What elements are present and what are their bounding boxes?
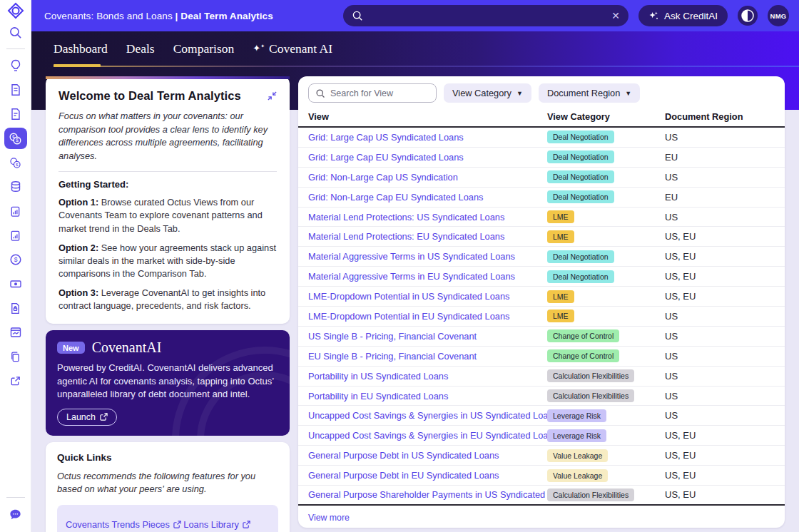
contrast-icon xyxy=(741,9,755,23)
quick-link[interactable]: Covenants Trends Pieces xyxy=(66,514,183,532)
user-avatar[interactable]: NMG xyxy=(768,5,789,26)
category-badge: Deal Negotiation xyxy=(547,270,614,283)
lightbulb-icon[interactable] xyxy=(4,55,27,76)
divider xyxy=(58,171,277,172)
rail-divider-bottom xyxy=(6,497,25,498)
banknote-icon[interactable] xyxy=(4,273,27,295)
option-2: Option 2: See how your agreements stack … xyxy=(58,242,277,280)
view-link[interactable]: General Purpose Debt in US Syndicated Lo… xyxy=(308,450,547,461)
category-badge: Calculation Flexibilities xyxy=(547,389,634,402)
category-badge: LME xyxy=(547,290,574,303)
category-badge: Deal Negotiation xyxy=(547,131,614,143)
view-link[interactable]: Grid: Non-Large Cap US Syndication xyxy=(308,172,547,183)
app-window-chart-icon[interactable] xyxy=(4,322,27,343)
tab-covenant-ai[interactable]: ✦✦ Covenant AI xyxy=(253,41,332,58)
region-cell: EU xyxy=(665,152,775,163)
view-link[interactable]: US Single B - Pricing, Financial Covenan… xyxy=(308,331,547,342)
table-row: Uncapped Cost Savings & Synergies in US … xyxy=(298,406,785,426)
document-alt-icon[interactable] xyxy=(4,103,27,125)
view-search-input[interactable] xyxy=(330,88,429,98)
view-link[interactable]: EU Single B - Pricing, Financial Covenan… xyxy=(308,351,547,362)
region-cell: US xyxy=(665,410,775,421)
category-badge: Deal Negotiation xyxy=(547,170,614,183)
table-row: Grid: Large Cap US Syndicated Loans Deal… xyxy=(298,128,785,148)
global-search[interactable]: ✕ xyxy=(343,5,628,26)
view-link[interactable]: General Purpose Debt in EU Syndicated Lo… xyxy=(308,470,547,481)
category-badge: Value Leakage xyxy=(547,449,608,462)
document-region-filter[interactable]: Document Region ▼ xyxy=(539,83,640,103)
ask-creditai-button[interactable]: Ask CreditAI xyxy=(638,5,728,26)
view-search[interactable] xyxy=(308,83,437,103)
coins-icon[interactable]: $ xyxy=(4,152,27,173)
view-link[interactable]: Portability in EU Syndicated Loans xyxy=(308,391,547,401)
views-toolbar: View Category ▼ Document Region ▼ xyxy=(298,76,785,107)
tab-deals-label: Deals xyxy=(126,41,155,56)
table-row: General Purpose Shareholder Payments in … xyxy=(298,486,785,506)
table-row: Uncapped Cost Savings & Synergies in EU … xyxy=(298,426,785,446)
view-more-link[interactable]: View more xyxy=(308,513,350,523)
chat-icon[interactable] xyxy=(4,503,27,525)
region-cell: US xyxy=(665,351,775,362)
view-link[interactable]: Uncapped Cost Savings & Synergies in US … xyxy=(308,410,547,421)
welcome-card: Welcome to Deal Term Analytics Focus on … xyxy=(46,76,290,324)
view-link[interactable]: Material Lend Protections: EU Syndicated… xyxy=(308,231,547,242)
header-view: View xyxy=(308,111,547,122)
clear-search-icon[interactable]: ✕ xyxy=(611,11,620,21)
external-link-nav-icon[interactable] xyxy=(4,370,27,392)
report-chart-alt-icon[interactable] xyxy=(4,225,27,246)
view-link[interactable]: Material Lend Protections: US Syndicated… xyxy=(308,212,547,222)
category-badge: LME xyxy=(547,210,574,223)
view-link[interactable]: Grid: Non-Large Cap EU Syndicated Loans xyxy=(308,192,547,203)
svg-text:$: $ xyxy=(14,256,17,263)
table-row: Material Lend Protections: EU Syndicated… xyxy=(298,227,785,247)
database-icon[interactable] xyxy=(4,176,27,198)
deal-term-analytics-app: Dashboard Deals Comparison ✦✦ Covenant A… xyxy=(0,0,799,532)
option-1: Option 1: Browse curated Octus Views fro… xyxy=(58,196,277,235)
app-rail: ¢$ $ $ xyxy=(0,0,31,532)
svg-text:$: $ xyxy=(16,138,19,143)
view-link[interactable]: Material Aggressive Terms in EU Syndicat… xyxy=(308,271,547,282)
view-link[interactable]: LME-Dropdown Potential in US Syndicated … xyxy=(308,291,547,302)
view-link[interactable]: Grid: Large Cap US Syndicated Loans xyxy=(308,132,547,143)
search-nav-icon[interactable] xyxy=(4,21,27,43)
external-link-icon xyxy=(173,521,181,528)
theme-toggle[interactable] xyxy=(738,6,758,26)
report-chart-icon[interactable] xyxy=(4,200,27,222)
chevron-down-icon: ▼ xyxy=(516,90,523,97)
tab-dashboard[interactable]: Dashboard xyxy=(54,41,108,58)
view-link[interactable]: LME-Dropdown Potential in EU Syndicated … xyxy=(308,311,547,322)
quick-links-title: Quick Links xyxy=(57,452,278,463)
document-icon[interactable] xyxy=(4,79,27,101)
view-link[interactable]: Grid: Large Cap EU Syndicated Loans xyxy=(308,152,547,163)
secure-document-icon[interactable] xyxy=(4,297,27,319)
copy-pages-icon[interactable] xyxy=(4,346,27,367)
collapse-icon[interactable] xyxy=(268,91,277,103)
launch-button[interactable]: Launch xyxy=(57,409,117,426)
welcome-title: Welcome to Deal Term Analytics xyxy=(58,89,241,103)
octus-logo[interactable] xyxy=(4,0,27,21)
dollar-coin-icon[interactable]: $ xyxy=(4,249,27,270)
region-cell: US xyxy=(665,391,775,401)
tab-deals[interactable]: Deals xyxy=(126,41,155,58)
category-badge: Deal Negotiation xyxy=(547,250,614,263)
category-badge: LME xyxy=(547,230,574,243)
tab-comparison[interactable]: Comparison xyxy=(173,41,235,58)
view-link[interactable]: Material Aggressive Terms in US Syndicat… xyxy=(308,251,547,262)
category-badge: LME xyxy=(547,310,574,322)
table-row: Material Aggressive Terms in US Syndicat… xyxy=(298,247,785,267)
view-link[interactable]: General Purpose Shareholder Payments in … xyxy=(308,489,547,500)
global-search-input[interactable] xyxy=(369,11,606,21)
region-cell: US, EU xyxy=(665,470,775,481)
view-link[interactable]: Portability in US Syndicated Loans xyxy=(308,371,547,382)
external-link-icon xyxy=(243,521,250,528)
quick-links-card: Quick Links Octus recommends the followi… xyxy=(46,442,290,532)
view-category-filter[interactable]: View Category ▼ xyxy=(444,83,531,103)
quick-link[interactable]: Loans Library xyxy=(183,514,273,532)
deal-term-analytics-nav-active[interactable]: ¢$ xyxy=(4,128,27,149)
view-more-row: View more xyxy=(298,506,785,528)
category-badge: Calculation Flexibilities xyxy=(547,369,634,382)
table-row: General Purpose Debt in US Syndicated Lo… xyxy=(298,446,785,466)
view-link[interactable]: Uncapped Cost Savings & Synergies in EU … xyxy=(308,430,547,441)
region-cell: US xyxy=(665,212,775,222)
table-row: Grid: Non-Large Cap US Syndication Deal … xyxy=(298,168,785,188)
